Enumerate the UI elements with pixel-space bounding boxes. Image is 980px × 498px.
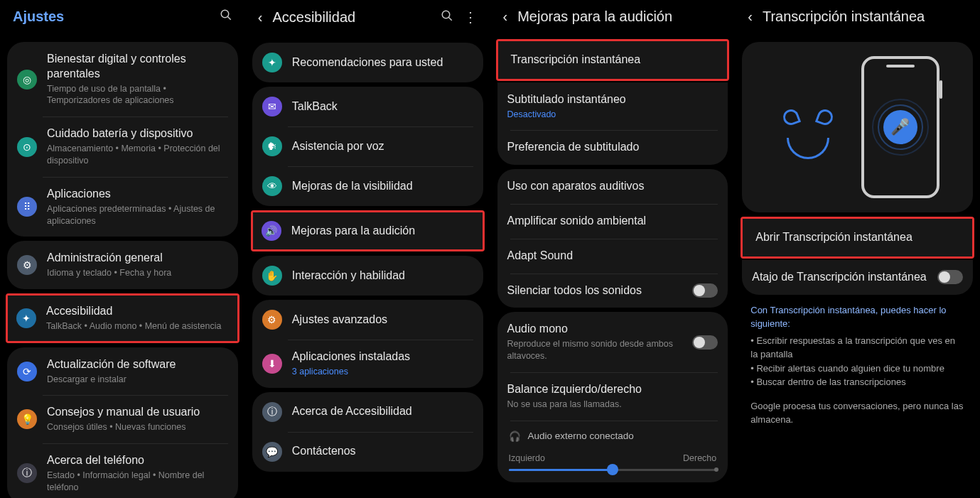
header: ‹ Accesibilidad ⋮	[248, 0, 488, 38]
back-icon[interactable]: ‹	[258, 9, 263, 26]
more-icon[interactable]: ⋮	[463, 9, 478, 26]
tips-icon: 💡	[17, 409, 37, 429]
interaction-icon: ✋	[262, 266, 282, 286]
voice-icon: 🗣	[262, 136, 282, 156]
gear-icon: ⚙	[262, 310, 282, 330]
item-balance: Balance izquierdo/derechoNo se usa para …	[497, 372, 728, 421]
header: ‹ Transcripción instantánea	[738, 0, 977, 38]
item-visibilidad[interactable]: 👁Mejoras de la visibilidad	[252, 166, 483, 206]
page-title: Ajustes	[13, 9, 210, 25]
page-title: Transcripción instantánea	[763, 9, 967, 25]
download-icon: ⬇	[262, 354, 282, 374]
item-avanzados[interactable]: ⚙Ajustes avanzados	[252, 300, 483, 340]
group-1: ◎ Bienestar digital y controles parental…	[7, 42, 238, 237]
item-amplificar[interactable]: Amplificar sonido ambiental	[497, 204, 728, 239]
headphones-icon: 🎧	[509, 431, 521, 442]
svg-line-1	[227, 16, 231, 20]
chat-icon: 💬	[262, 442, 282, 462]
info-icon: ⓘ	[262, 402, 282, 422]
svg-line-3	[448, 17, 452, 21]
item-instaladas[interactable]: ⬇Aplicaciones instaladas3 aplicaciones	[252, 340, 483, 388]
panel-ajustes: Ajustes ◎ Bienestar digital y controles …	[0, 0, 245, 498]
info-icon: ⓘ	[17, 463, 37, 483]
highlight-accesibilidad: ✦ AccesibilidadTalkBack • Audio mono • M…	[6, 293, 239, 343]
svg-point-0	[221, 10, 229, 18]
highlight-audicion: 🔊Mejoras para la audición	[251, 210, 485, 251]
talkback-icon: ✉	[262, 97, 282, 117]
item-talkback[interactable]: ✉TalkBack	[252, 87, 483, 126]
highlight-open: Abrir Transcripción instantánea	[741, 217, 974, 259]
item-admin[interactable]: ⚙ Administración generalIdioma y teclado…	[7, 241, 238, 289]
page-title: Accesibilidad	[272, 9, 430, 26]
description: Con Transcripción instantánea, puedes ha…	[738, 299, 977, 431]
back-icon[interactable]: ‹	[503, 9, 508, 25]
mic-icon: 🎤	[883, 110, 917, 144]
toggle-mute[interactable]	[692, 283, 718, 298]
highlight-transcripcion: Transcripción instantánea	[496, 39, 730, 81]
wellbeing-icon: ◎	[17, 70, 37, 90]
battery-icon: ⊙	[17, 137, 37, 157]
back-icon[interactable]: ‹	[748, 9, 753, 25]
search-icon[interactable]	[441, 9, 453, 26]
search-icon[interactable]	[220, 9, 232, 25]
toggle-mono[interactable]	[692, 335, 718, 350]
visibility-icon: 👁	[262, 176, 282, 196]
item-subtitulado[interactable]: Subtitulado instantáneoDesactivado	[497, 82, 728, 131]
item-shortcut[interactable]: Atajo de Transcripción instantánea	[742, 260, 973, 295]
group-2: ⚙ Administración generalIdioma y teclado…	[7, 241, 238, 289]
item-mono[interactable]: Audio monoReproduce el mismo sonido desd…	[497, 312, 728, 372]
accessibility-icon: ✦	[16, 308, 36, 328]
item-contacto[interactable]: 💬Contáctenos	[252, 432, 483, 472]
header: Ajustes	[3, 0, 242, 38]
group-3: ⟳ Actualización de softwareDescargar e i…	[7, 347, 238, 498]
update-icon: ⟳	[17, 362, 37, 381]
item-bienestar[interactable]: ◎ Bienestar digital y controles parental…	[7, 42, 238, 117]
page-title: Mejoras para la audición	[517, 9, 722, 25]
phone-icon: 🎤	[861, 56, 939, 198]
item-accesibilidad[interactable]: ✦ AccesibilidadTalkBack • Audio mono • M…	[8, 296, 237, 341]
item-silenciar[interactable]: Silenciar todos los sonidos	[497, 274, 728, 308]
header: ‹ Mejoras para la audición	[493, 0, 733, 38]
item-aparatos[interactable]: Uso con aparatos auditivos	[497, 169, 728, 204]
item-reco[interactable]: ✦ Recomendaciones para usted	[252, 43, 483, 82]
item-about[interactable]: ⓘ Acerca del teléfonoEstado • Informació…	[7, 443, 238, 498]
section-external: 🎧Audio externo conectado	[497, 421, 728, 446]
item-update[interactable]: ⟳ Actualización de softwareDescargar e i…	[7, 347, 238, 396]
settings-icon: ⚙	[17, 255, 37, 275]
item-pref-sub[interactable]: Preferencia de subtitulado	[497, 130, 728, 165]
item-apps[interactable]: ⠿ AplicacionesAplicaciones predeterminad…	[7, 177, 238, 237]
svg-point-2	[442, 11, 450, 18]
panel-accesibilidad: ‹ Accesibilidad ⋮ ✦ Recomendaciones para…	[245, 0, 490, 498]
item-adapt[interactable]: Adapt Sound	[497, 239, 728, 274]
illustration: 🎤	[742, 42, 973, 212]
item-interaccion[interactable]: ✋Interacción y habilidad	[252, 256, 483, 296]
hearing-icon: 🔊	[262, 221, 281, 241]
item-open-transcription[interactable]: Abrir Transcripción instantánea	[743, 219, 972, 256]
panel-transcripcion: ‹ Transcripción instantánea 🎤 Abrir Tran…	[735, 0, 980, 498]
item-tips[interactable]: 💡 Consejos y manual de usuarioConsejos ú…	[7, 395, 238, 443]
toggle-shortcut[interactable]	[937, 270, 963, 284]
item-voz[interactable]: 🗣Asistencia por voz	[252, 126, 483, 166]
balance-slider[interactable]: IzquierdoDerecho	[497, 446, 728, 482]
walk-icon: ✦	[262, 53, 282, 72]
item-bateria[interactable]: ⊙ Cuidado batería y dispositivoAlmacenam…	[7, 117, 238, 177]
item-acerca[interactable]: ⓘAcerca de Accesibilidad	[252, 392, 483, 432]
face-icon	[776, 88, 840, 166]
item-audicion[interactable]: 🔊Mejoras para la audición	[253, 212, 483, 249]
apps-icon: ⠿	[17, 197, 37, 217]
item-transcripcion[interactable]: Transcripción instantánea	[498, 41, 728, 79]
panel-audicion: ‹ Mejoras para la audición Transcripción…	[490, 0, 736, 498]
